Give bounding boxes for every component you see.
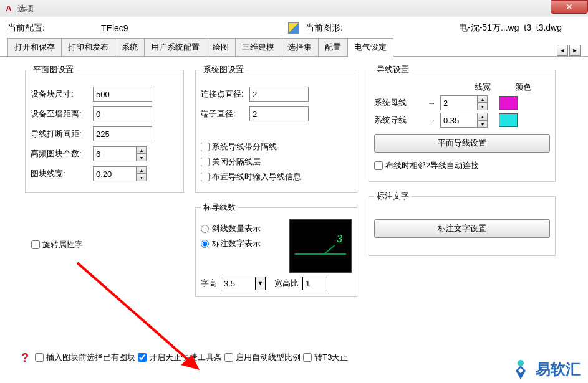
plane-group: 平面图设置 设备块尺寸: 设备至墙距离: 导线打断间距: 高频图块个数: ▲ [25,64,184,193]
chk-close-layer-label: 关闭分隔线层 [212,156,261,168]
label-legend: 标注文字 [374,191,412,202]
bus-width-input[interactable] [440,95,478,110]
hf-count-up[interactable]: ▲ [137,146,147,154]
arrow-icon: → [423,98,440,108]
col-width-label: 线宽 [458,82,508,93]
hf-count-spinner[interactable]: ▲ ▼ [93,146,147,161]
svg-point-2 [518,360,524,366]
rotate-attr-checkbox[interactable] [31,240,40,249]
close-icon: ✕ [566,2,573,12]
wire-width-spinner[interactable]: ▲▼ [440,113,490,128]
leader-group: 标导线数 斜线数量表示 标注数字表示 3 字高 ▼ 宽高比 [195,202,357,297]
auto-connect-label: 布线时相邻2导线自动连接 [385,160,479,171]
wire-width-down[interactable]: ▼ [478,120,488,128]
current-profile-value: TElec9 [101,23,288,33]
chk-input-wireinfo[interactable] [201,173,210,181]
tab-plot[interactable]: 打印和发布 [61,38,115,56]
radio-number[interactable] [201,240,209,248]
auto-connect-checkbox[interactable] [374,161,383,170]
tab-3dmodel[interactable]: 三维建模 [235,38,281,56]
block-size-input[interactable] [93,87,152,102]
conn-diam-input[interactable] [249,87,309,102]
hf-count-input[interactable] [93,146,137,161]
block-lw-label: 图块线宽: [31,168,93,179]
text-height-combo[interactable]: ▼ [221,277,266,290]
titlebar: A 选项 ✕ [0,0,588,17]
bus-label: 系统母线 [374,97,423,108]
profile-row: 当前配置: TElec9 当前图形: 电-沈-51万...wg_t3_t3.dw… [0,17,588,37]
ratio-label: 宽高比 [274,278,299,289]
plane-wire-settings-button[interactable]: 平面导线设置 [374,134,550,153]
block-size-label: 设备块尺寸: [31,88,93,100]
radio-slash-label: 斜线数量表示 [212,223,261,234]
rotate-attr-label: 旋转属性字 [42,239,83,250]
term-diam-input[interactable] [249,106,309,121]
chk-select-before-insert[interactable] [35,353,44,362]
watermark-icon [509,358,532,381]
help-icon[interactable]: ? [21,351,29,365]
wall-dist-label: 设备至墙距离: [31,108,93,120]
wall-dist-input[interactable] [93,106,152,121]
bus-width-down[interactable]: ▼ [478,103,488,110]
wire-width-input[interactable] [440,113,478,128]
radio-number-label: 标注数字表示 [212,238,261,249]
tab-selection[interactable]: 选择集 [281,38,319,56]
tab-scroll-left[interactable]: ◄ [557,45,568,56]
tab-user-prefs[interactable]: 用户系统配置 [144,38,206,56]
block-lw-spinner[interactable]: ▲ ▼ [93,166,147,181]
arrow-icon: → [423,116,440,125]
block-lw-down[interactable]: ▼ [137,174,147,181]
block-lw-up[interactable]: ▲ [137,166,147,174]
hf-count-down[interactable]: ▼ [137,154,147,161]
app-icon: A [4,4,14,14]
bus-width-spinner[interactable]: ▲▼ [440,95,490,110]
chk-close-layer[interactable] [201,158,210,166]
text-height-dropdown[interactable]: ▼ [256,277,266,290]
radio-slash-count[interactable] [201,225,209,233]
tab-scroll-right[interactable]: ► [569,45,581,56]
bottom-bar: ? 插入图块前选择已有图块 开启天正快捷工具条 启用自动线型比例 转T3天正 [0,344,588,371]
tab-drafting[interactable]: 绘图 [206,38,236,56]
current-drawing-value: 电-沈-51万...wg_t3_t3.dwg [374,22,581,34]
chk-input-wireinfo-label: 布置导线时输入导线信息 [212,171,301,182]
chk-auto-ltscale-label: 启用自动线型比例 [236,352,301,363]
break-gap-label: 导线打断间距: [31,128,93,139]
col-color-label: 颜色 [508,82,539,93]
hf-count-label: 高频图块个数: [31,148,93,159]
text-height-input[interactable] [221,277,256,290]
system-legend: 系统图设置 [201,64,246,75]
chk-divider[interactable] [201,143,210,151]
chk-convert-t3[interactable] [303,353,312,362]
plane-legend: 平面图设置 [31,64,76,75]
block-lw-input[interactable] [93,166,137,181]
system-group: 系统图设置 连接点直径: 端子直径: 系统导线带分隔线 关闭分隔线层 布置导线时… [195,64,357,193]
text-height-label: 字高 [201,278,217,289]
break-gap-input[interactable] [93,126,152,141]
chk-enable-quickbar[interactable] [138,353,147,362]
ratio-input[interactable] [302,277,327,290]
bus-color-swatch[interactable] [499,96,518,110]
wire-color-swatch[interactable] [499,113,518,127]
tab-electrical[interactable]: 电气设定 [347,38,393,57]
chk-auto-ltscale[interactable] [224,353,233,362]
label-group: 标注文字 标注文字设置 [369,191,556,256]
wire-group: 导线设置 线宽 颜色 系统母线 → ▲▼ 系统导线 → ▲▼ [369,64,556,182]
tab-profiles[interactable]: 配置 [318,38,348,56]
leader-preview: 3 [289,219,352,273]
label-settings-button[interactable]: 标注文字设置 [374,219,550,238]
conn-diam-label: 连接点直径: [201,88,249,100]
drawing-icon [288,22,299,34]
wire-width-up[interactable]: ▲ [478,113,488,120]
current-profile-label: 当前配置: [7,22,101,34]
bus-width-up[interactable]: ▲ [478,95,488,103]
leader-legend: 标导线数 [201,202,238,213]
window-title: 选项 [17,3,34,14]
tab-system[interactable]: 系统 [115,38,145,56]
term-diam-label: 端子直径: [201,108,249,120]
chk-convert-t3-label: 转T3天正 [314,352,348,363]
watermark-text: 易软汇 [536,359,581,379]
tab-scroll: ◄ ► [556,45,581,56]
tab-open-save[interactable]: 打开和保存 [7,38,62,56]
chk-divider-label: 系统导线带分隔线 [212,141,277,153]
close-button[interactable]: ✕ [551,0,588,14]
